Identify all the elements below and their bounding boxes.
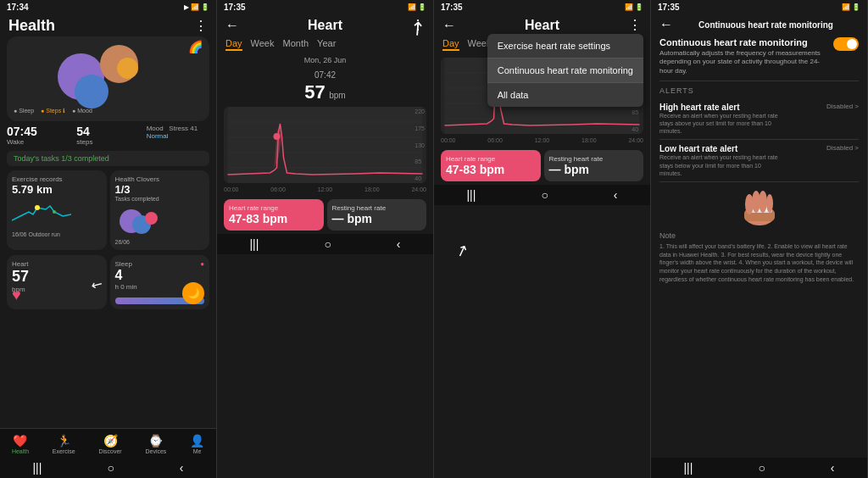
continuous-title: Continuous heart rate monitoring (673, 20, 859, 30)
high-hr-info: High heart rate alert Receive an alert w… (659, 103, 778, 135)
phone-nav-home-1[interactable]: ○ (107, 461, 114, 475)
note-section: Note 1. This will affect your band's bat… (659, 231, 859, 284)
hr-resting-card-2[interactable]: Resting heart rate — bpm (327, 199, 427, 231)
phone-nav-recent-3[interactable]: ‹ (614, 188, 618, 202)
tab-day-3[interactable]: Day (442, 38, 459, 51)
phone-nav-home-3[interactable]: ○ (541, 188, 548, 202)
low-hr-alert[interactable]: Low heart rate alert Receive an alert wh… (659, 140, 859, 181)
heart-card-title: Heart (12, 260, 102, 268)
nav-exercise[interactable]: 🏃 Exercise (53, 434, 75, 454)
status-bar-3: 17:35 📶 🔋 (434, 0, 650, 14)
date-label-2: Mon, 26 Jun (217, 54, 433, 66)
nav-health[interactable]: ❤️ Health (12, 434, 29, 454)
status-bar-2: 17:35 📶 🔋 (217, 0, 433, 14)
hr-resting-card-3[interactable]: Resting heart rate — bpm (544, 150, 644, 181)
stat-mood: Mood Stress 41 Normal (147, 125, 209, 146)
health-nav-icon: ❤️ (13, 434, 27, 447)
heart-header-2: ← Heart ⋮ (217, 14, 433, 35)
back-button-4[interactable]: ← (659, 17, 673, 32)
status-bar-4: 17:35 📶 🔋 (651, 0, 867, 14)
continuous-main-title: Continuous heart rate monitoring (659, 37, 826, 47)
more-button-3[interactable]: ⋮ (628, 17, 642, 33)
stat-steps: 54 steps (76, 125, 139, 146)
clovers-card[interactable]: Health Clovers 1/3 Tasks completed 26/06 (110, 170, 210, 250)
heart-card[interactable]: Heart 57 bpm ♥ ↙ (7, 255, 107, 309)
main-toggle-row: Continuous heart rate monitoring Automat… (659, 37, 859, 75)
tab-month-2[interactable]: Month (282, 38, 309, 51)
me-nav-icon: 👤 (190, 434, 204, 447)
heart-header-3: ← Heart ⋮ (434, 14, 650, 35)
tab-week-2[interactable]: Week (251, 38, 275, 51)
nav-discover[interactable]: 🧭 Discover (98, 434, 121, 454)
sleep-value: 4 (115, 268, 205, 283)
svg-rect-2 (228, 107, 423, 183)
nav-me[interactable]: 👤 Me (190, 434, 204, 454)
tab-year-2[interactable]: Year (317, 38, 336, 51)
sleep-card-header: Sleep ● (115, 260, 205, 268)
time-4: 17:35 (658, 3, 680, 12)
bubble-orange (117, 58, 138, 79)
tasks-bar: Today's tasks 1/3 completed (7, 151, 209, 166)
dropdown-exercise-settings[interactable]: Exercise heart rate settings (487, 34, 643, 58)
continuous-desc: Automatically adjusts the frequency of m… (659, 49, 826, 75)
phone-nav-back-2[interactable]: ||| (249, 237, 259, 251)
health-header: Health ⋮ (0, 14, 216, 36)
dropdown-continuous-hr[interactable]: Continuous heart rate monitoring (487, 58, 643, 83)
svg-point-8 (274, 133, 281, 140)
phone-nav-recent-2[interactable]: ‹ (397, 237, 401, 251)
phone-nav-recent-4[interactable]: ‹ (831, 461, 835, 475)
bottom-nav: ❤️ Health 🏃 Exercise 🧭 Discover ⌚ Device… (0, 428, 216, 458)
low-hr-info: Low heart rate alert Receive an alert wh… (659, 144, 778, 176)
bpm-display-2: 07:42 57 bpm (217, 66, 433, 103)
screen-continuous-hr: 17:35 📶 🔋 ← Continuous heart rate monito… (651, 0, 868, 478)
phone-nav-home-4[interactable]: ○ (758, 461, 765, 475)
time-3: 17:35 (441, 3, 463, 12)
hr-cards-3: Heart rate range 47-83 bpm Resting heart… (441, 150, 643, 181)
status-icons-1: ▶ 📶 🔋 (184, 3, 209, 11)
arrow-to-dropdown: ↗ (453, 240, 471, 262)
hr-range-card-2[interactable]: Heart rate range 47-83 bpm (224, 199, 324, 231)
hr-range-card-3[interactable]: Heart rate range 47-83 bpm (441, 150, 541, 181)
continuous-content: Continuous heart rate monitoring Automat… (651, 34, 867, 458)
phone-nav-home-2[interactable]: ○ (324, 237, 331, 251)
phone-nav-3: ||| ○ ‹ (434, 185, 650, 205)
hr-cards-2: Heart rate range 47-83 bpm Resting heart… (224, 199, 426, 231)
alerts-section: ALERTS High heart rate alert Receive an … (659, 81, 859, 182)
svg-point-0 (35, 205, 40, 210)
nav-devices[interactable]: ⌚ Devices (145, 434, 166, 454)
dropdown-all-data[interactable]: All data (487, 83, 643, 107)
wrist-svg (726, 186, 793, 228)
sleep-card[interactable]: Sleep ● 4 h 0 min 🌙 (110, 255, 210, 309)
phone-nav-4: ||| ○ ‹ (651, 458, 867, 478)
cards-row: Exercise records 5.79 km 16/06 Outdoor r… (7, 170, 209, 250)
phone-nav-back-1[interactable]: ||| (32, 461, 42, 475)
heart-value: 57 (12, 268, 102, 286)
bpm-unit-2: bpm (329, 91, 345, 100)
heart-title-2: Heart (308, 18, 342, 33)
time-display-2: 07:42 (314, 70, 336, 80)
back-button-2[interactable]: ← (225, 18, 239, 33)
mood-label: Mood Stress 41 (147, 125, 209, 132)
phone-nav-back-4[interactable]: ||| (683, 461, 693, 475)
continuous-toggle[interactable] (833, 37, 859, 51)
phone-nav-recent-1[interactable]: ‹ (180, 461, 184, 475)
phone-nav-back-3[interactable]: ||| (466, 188, 476, 202)
bpm-value-2: 57 (304, 81, 325, 103)
status-icons-2: 📶 🔋 (408, 3, 426, 11)
screen-health: 17:34 ▶ 📶 🔋 Health ⋮ 🌈 ● Sleep● Steps ℹ●… (0, 0, 217, 478)
note-text: 1. This will affect your band's battery … (659, 242, 859, 284)
tab-day-2[interactable]: Day (225, 38, 242, 51)
high-hr-alert[interactable]: High heart rate alert Receive an alert w… (659, 98, 859, 140)
chart-x-labels-2: 00:00 06:00 12:00 18:00 24:00 (217, 186, 433, 192)
phone-nav-1: ||| ○ ‹ (0, 458, 216, 478)
exercise-card[interactable]: Exercise records 5.79 km 16/06 Outdoor r… (7, 170, 107, 250)
heart-icon: ♥ (12, 286, 21, 304)
bubble-blue (75, 75, 108, 108)
continuous-header: ← Continuous heart rate monitoring (651, 14, 867, 34)
back-button-3[interactable]: ← (442, 18, 456, 33)
exercise-chart (12, 199, 71, 225)
more-button-1[interactable]: ⋮ (194, 18, 208, 34)
chart-svg-2 (224, 107, 426, 183)
status-bar-1: 17:34 ▶ 📶 🔋 (0, 0, 216, 14)
sleep-icon: 🌙 (182, 282, 204, 304)
